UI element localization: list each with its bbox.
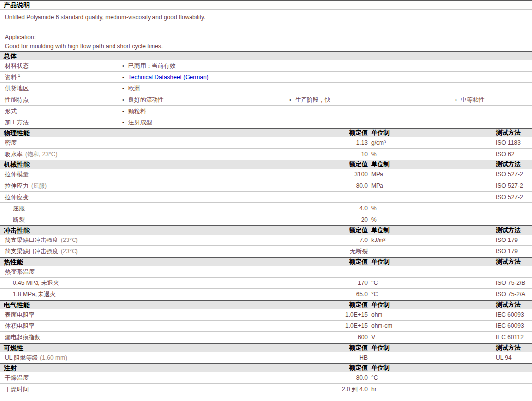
column-header-unit: 单位制 bbox=[371, 258, 390, 266]
property-unit: % bbox=[371, 203, 377, 214]
test-method: IEC 60093 bbox=[496, 309, 524, 320]
table-row: 漏电起痕指数600VIEC 60112 bbox=[0, 331, 532, 343]
test-method: ISO 527-2 bbox=[496, 192, 523, 202]
property-label-text: 干燥温度 bbox=[5, 374, 29, 381]
property-label-text: 加工方法 bbox=[5, 119, 29, 126]
property-label: 拉伸应力(屈服) bbox=[0, 182, 47, 189]
column-header-rated-value: 额定值 bbox=[349, 364, 368, 372]
bullet-icon: • bbox=[289, 97, 291, 103]
property-label-text: 0.45 MPa, 未退火 bbox=[13, 280, 59, 286]
bullet-icon: • bbox=[122, 97, 124, 103]
property-value: 80.0 bbox=[356, 372, 368, 383]
column-header-unit: 单位制 bbox=[371, 160, 390, 169]
property-value: 1.13 bbox=[356, 137, 368, 148]
bullet-icon: • bbox=[122, 63, 124, 69]
property-label-text: 密度 bbox=[5, 139, 17, 146]
section-title: 产品说明 bbox=[0, 1, 30, 9]
property-label: 简支梁缺口冲击强度(23°C) bbox=[0, 248, 78, 255]
property-value: 1.0E+15 bbox=[345, 321, 368, 331]
property-label: 形式 bbox=[0, 108, 17, 115]
property-label-text: 体积电阻率 bbox=[5, 322, 35, 329]
property-label: 材料状态 bbox=[0, 62, 29, 69]
table-row: 0.45 MPa, 未退火170°CISO 75-2/B bbox=[0, 277, 532, 288]
property-label: 拉伸模量 bbox=[0, 171, 29, 178]
table-row: 表面电阻率1.0E+15ohmIEC 60093 bbox=[0, 309, 532, 320]
column-header-rated-value: 额定值 bbox=[349, 258, 368, 266]
material-datasheet-page: 产品说明 Unfilled Polyamide 6 standard quali… bbox=[0, 0, 532, 401]
bullet-icon: • bbox=[122, 74, 124, 80]
section-title: 电气性能 bbox=[0, 301, 30, 309]
table-row: 简支梁缺口冲击强度(23°C)无断裂ISO 179 bbox=[0, 245, 532, 257]
test-method: ISO 527-2 bbox=[496, 180, 523, 191]
list-item: •良好的流动性 bbox=[122, 94, 164, 105]
test-method: ISO 75-2/B bbox=[496, 278, 525, 288]
section-header-flammability: 可燃性额定值单位制测试方法 bbox=[0, 343, 532, 352]
column-header-unit: 单位制 bbox=[371, 301, 390, 309]
property-label-text: 表面电阻率 bbox=[5, 311, 35, 318]
property-unit: °C bbox=[371, 278, 378, 288]
property-note: (屈服) bbox=[31, 182, 47, 189]
property-label-text: 拉伸应力 bbox=[5, 182, 29, 189]
feature-value: 颗粒料 bbox=[128, 108, 146, 115]
list-item: •颗粒料 bbox=[122, 106, 146, 117]
section-header-product-description: 产品说明 bbox=[0, 0, 532, 10]
property-label: 干燥温度 bbox=[0, 374, 29, 381]
table-row: 体积电阻率1.0E+15ohm·cmIEC 60093 bbox=[0, 320, 532, 331]
table-row: 1.8 MPa, 未退火65.0°CISO 75-2/A bbox=[0, 288, 532, 300]
list-item: •Technical Datasheet (German) bbox=[122, 72, 209, 82]
table-row: 材料状态•已商用：当前有效 bbox=[0, 60, 532, 71]
column-header-test-method: 测试方法 bbox=[496, 301, 521, 309]
property-label-text: 简支梁缺口冲击强度 bbox=[5, 248, 58, 255]
property-label: 表面电阻率 bbox=[0, 311, 35, 318]
property-unit: % bbox=[371, 214, 377, 225]
product-description-block: Unfilled Polyamide 6 standard quality, m… bbox=[0, 10, 532, 51]
property-label: 加工方法 bbox=[0, 119, 29, 126]
test-method: UL 94 bbox=[496, 352, 512, 363]
property-value: 7.0 bbox=[359, 235, 368, 245]
product-description-text: Unfilled Polyamide 6 standard quality, m… bbox=[5, 13, 527, 22]
list-item: •已商用：当前有效 bbox=[122, 60, 176, 71]
bullet-icon: • bbox=[122, 120, 124, 125]
table-row: 性能特点•良好的流动性•生产阶段，快•中等粘性 bbox=[0, 94, 532, 105]
property-value: 600 bbox=[358, 332, 368, 343]
column-header-test-method: 测试方法 bbox=[496, 258, 521, 266]
property-label-text: 1.8 MPa, 未退火 bbox=[13, 291, 56, 298]
column-header-rated-value: 额定值 bbox=[349, 129, 368, 137]
table-row: 干燥温度80.0°C bbox=[0, 372, 532, 383]
column-header-rated-value: 额定值 bbox=[349, 301, 368, 309]
test-method: ISO 1183 bbox=[496, 137, 521, 148]
property-label: 拉伸应变 bbox=[0, 194, 29, 200]
list-item: •注射成型 bbox=[122, 117, 152, 128]
property-label: 供货地区 bbox=[0, 85, 29, 92]
table-row: 简支梁缺口冲击强度(23°C)7.0kJ/m²ISO 179 bbox=[0, 235, 532, 245]
table-row: 拉伸应力(屈服)80.0MPaISO 527-2 bbox=[0, 180, 532, 191]
property-unit: °C bbox=[371, 372, 378, 383]
bullet-icon: • bbox=[455, 97, 457, 103]
property-note: (饱和, 23°C) bbox=[25, 151, 57, 158]
table-row: 拉伸模量3100MPaISO 527-2 bbox=[0, 169, 532, 180]
property-unit: MPa bbox=[371, 169, 383, 180]
property-label-text: 热变形温度 bbox=[5, 268, 35, 275]
property-label-text: 性能特点 bbox=[5, 96, 29, 103]
column-header-test-method: 测试方法 bbox=[496, 160, 521, 169]
property-value: 65.0 bbox=[356, 289, 368, 300]
property-label-text: 拉伸模量 bbox=[5, 171, 29, 178]
property-label-text: 形式 bbox=[5, 108, 17, 115]
test-method: ISO 75-2/A bbox=[496, 289, 525, 300]
property-label: UL 阻燃等级(1.60 mm) bbox=[0, 354, 67, 361]
application-text: Good for moulding with high flow path an… bbox=[5, 42, 527, 51]
property-note: (23°C) bbox=[61, 248, 78, 255]
column-header-unit: 单位制 bbox=[371, 344, 390, 352]
property-label-text: 拉伸应变 bbox=[5, 194, 29, 200]
column-header-test-method: 测试方法 bbox=[496, 226, 521, 235]
property-label: 性能特点 bbox=[0, 96, 29, 103]
table-row: UL 阻燃等级(1.60 mm)HBUL 94 bbox=[0, 352, 532, 363]
table-row: 屈服4.0% bbox=[0, 202, 532, 214]
property-label-text: 简支梁缺口冲击强度 bbox=[5, 237, 58, 243]
technical-datasheet-link[interactable]: Technical Datasheet (German) bbox=[128, 74, 209, 80]
table-row: 断裂20% bbox=[0, 214, 532, 225]
section-title: 机械性能 bbox=[0, 161, 30, 168]
feature-value: 良好的流动性 bbox=[128, 96, 164, 103]
feature-value: 欧洲 bbox=[128, 85, 140, 92]
column-header-unit: 单位制 bbox=[371, 129, 390, 137]
